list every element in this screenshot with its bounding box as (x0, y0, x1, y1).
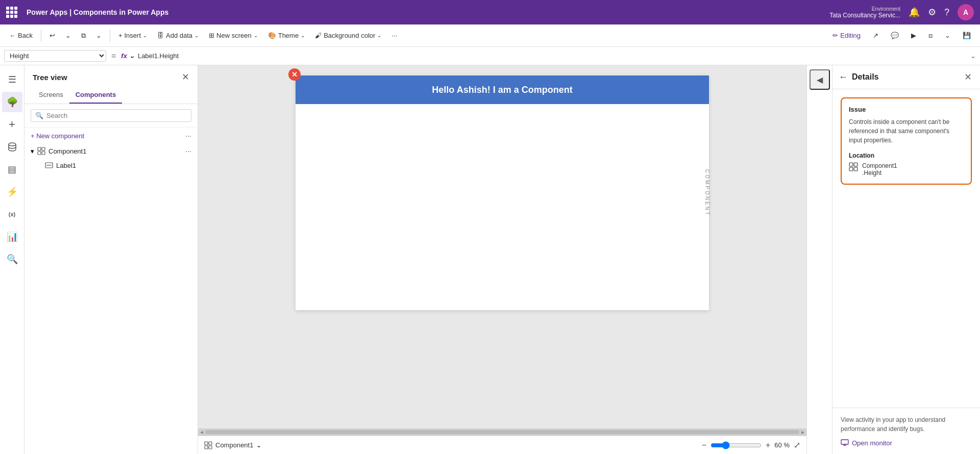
search-input[interactable] (46, 112, 187, 119)
environment-label: Environment (829, 6, 900, 12)
component1-expand-icon: ▾ (31, 147, 34, 155)
scroll-right-icon[interactable]: ▸ (801, 428, 804, 436)
tree-item-label1[interactable]: Label1 (24, 158, 198, 172)
canvas-bottom-right: − + 60 % ⤢ (702, 440, 800, 450)
copy-chevron[interactable]: ⌄ (92, 30, 106, 41)
tree-close-button[interactable]: ✕ (182, 71, 189, 83)
property-select[interactable]: Height (4, 50, 106, 62)
waffle-menu-button[interactable] (6, 7, 21, 18)
hamburger-menu-button[interactable]: ☰ (2, 69, 22, 90)
notification-button[interactable]: 🔔 (909, 7, 920, 18)
tree-view-button[interactable]: 🌳 (2, 92, 22, 112)
settings-button[interactable]: ⚙ (928, 7, 936, 18)
right-panel-toggle[interactable]: ◀ (810, 69, 830, 90)
layout-button[interactable]: ⧈ (924, 30, 937, 42)
share-button[interactable]: ↗ (869, 30, 883, 41)
left-sidebar-icons: ☰ 🌳 + ▤ ⚡ (x) 📊 🔍 (0, 65, 24, 454)
search-box: 🔍 (31, 109, 191, 122)
undo-button[interactable]: ↩ (45, 30, 59, 41)
details-header: ← Details ✕ (832, 65, 980, 89)
component-tag-chevron[interactable]: ⌄ (256, 442, 261, 449)
svg-rect-4 (42, 152, 45, 155)
canvas-scrollbar[interactable]: ◂ ▸ (198, 428, 806, 436)
issue-box: Issue Controls inside a component can't … (841, 97, 972, 185)
tree-view-title: Tree view (33, 73, 67, 82)
undo-chevron[interactable]: ⌄ (61, 30, 75, 41)
editing-button[interactable]: ✏ Editing (828, 30, 865, 41)
new-component-button[interactable]: + New component (31, 132, 84, 140)
svg-rect-2 (42, 147, 45, 150)
back-button[interactable]: ← Back (5, 30, 37, 41)
search-button[interactable]: 🔍 (2, 249, 22, 269)
avatar[interactable]: A (958, 4, 974, 20)
copy-button[interactable]: ⧉ (77, 30, 90, 42)
zoom-in-button[interactable]: + (766, 441, 770, 450)
issue-desc: Controls inside a component can't be ref… (849, 117, 964, 145)
variables-button[interactable]: (x) (2, 204, 22, 224)
theme-icon: 🎨 (268, 32, 276, 39)
tree-items: ▾ Component1 ··· Label1 (24, 144, 198, 454)
theme-button[interactable]: 🎨 Theme ⌄ (264, 30, 309, 41)
tab-components[interactable]: Components (69, 87, 122, 104)
back-arrow-icon: ← (9, 32, 16, 39)
toolbar-chevron[interactable]: ⌄ (941, 30, 954, 41)
data-panel-button[interactable] (2, 137, 22, 157)
save-button[interactable]: 💾 (959, 30, 975, 41)
add-data-button[interactable]: 🗄 Add data ⌄ (153, 30, 203, 41)
insert-button[interactable]: + Insert ⌄ (114, 30, 151, 41)
insert-chevron: ⌄ (143, 33, 147, 38)
new-screen-chevron: ⌄ (254, 33, 258, 38)
details-body: Issue Controls inside a component can't … (832, 89, 980, 408)
database-icon (7, 142, 17, 152)
location-component-name: Component1 (862, 162, 897, 169)
add-data-chevron: ⌄ (194, 33, 199, 38)
details-back-button[interactable]: ← (839, 72, 848, 83)
search-icon: 🔍 (35, 112, 43, 119)
open-monitor-button[interactable]: Open monitor (841, 439, 892, 447)
play-button[interactable]: ▶ (907, 30, 920, 41)
monitor-icon (841, 439, 849, 447)
label-component[interactable]: Hello Ashish! I am a Component (296, 75, 709, 104)
error-dot[interactable]: ✕ (288, 68, 301, 81)
formula-input[interactable] (138, 52, 967, 60)
more-options-button[interactable]: ··· (387, 30, 401, 41)
comment-button[interactable]: 💬 (887, 30, 903, 41)
tree-search-area: 🔍 (24, 104, 198, 128)
analytics-button[interactable]: 📊 (2, 226, 22, 247)
canvas-frame-container: ✕ Hello Ashish! I am a Component COMPONE… (296, 75, 709, 310)
environment-info: Environment Tata Consultancy Servic... (829, 6, 900, 19)
zoom-slider[interactable] (710, 441, 762, 449)
equals-sign: = (109, 52, 118, 61)
canvas-frame: Hello Ashish! I am a Component (296, 75, 709, 310)
scroll-left-icon[interactable]: ◂ (200, 428, 203, 436)
svg-point-0 (9, 143, 16, 146)
tree-item-component1[interactable]: ▾ Component1 ··· (24, 144, 198, 158)
component-side-label: COMPONENT (704, 169, 710, 216)
label1-label: Label1 (56, 162, 76, 169)
fx-chevron[interactable]: ⌄ (129, 52, 135, 60)
fit-screen-button[interactable]: ⤢ (794, 440, 800, 450)
canvas-area: ✕ Hello Ashish! I am a Component COMPONE… (198, 65, 806, 454)
tab-screens[interactable]: Screens (33, 87, 69, 104)
bg-color-button[interactable]: 🖌 Background color ⌄ (311, 30, 385, 41)
insert-panel-button[interactable]: + (2, 114, 22, 135)
media-button[interactable]: ▤ (2, 159, 22, 180)
components-button[interactable]: ⚡ (2, 182, 22, 202)
main-content: ☰ 🌳 + ▤ ⚡ (x) 📊 🔍 Tree view ✕ Screens Co… (0, 65, 980, 454)
issue-location-item: Component1 .Height (849, 162, 964, 176)
component1-more-button[interactable]: ··· (185, 147, 191, 155)
canvas-wrapper[interactable]: ✕ Hello Ashish! I am a Component COMPONE… (198, 65, 806, 428)
details-close-button[interactable]: ✕ (964, 71, 972, 83)
svg-rect-7 (205, 442, 208, 445)
new-screen-button[interactable]: ⊞ New screen ⌄ (205, 30, 262, 41)
formula-expand-icon[interactable]: ⌄ (970, 52, 976, 60)
zoom-out-button[interactable]: − (702, 441, 706, 450)
environment-name: Tata Consultancy Servic... (829, 12, 900, 19)
details-panel: ← Details ✕ Issue Controls inside a comp… (832, 65, 980, 454)
help-button[interactable]: ? (944, 7, 949, 18)
top-nav-right: Environment Tata Consultancy Servic... 🔔… (829, 4, 974, 20)
separator-1 (41, 30, 41, 42)
new-component-more-button[interactable]: ··· (185, 132, 191, 140)
pencil-icon: ✏ (832, 32, 838, 39)
tree-actions: + New component ··· (24, 128, 198, 144)
